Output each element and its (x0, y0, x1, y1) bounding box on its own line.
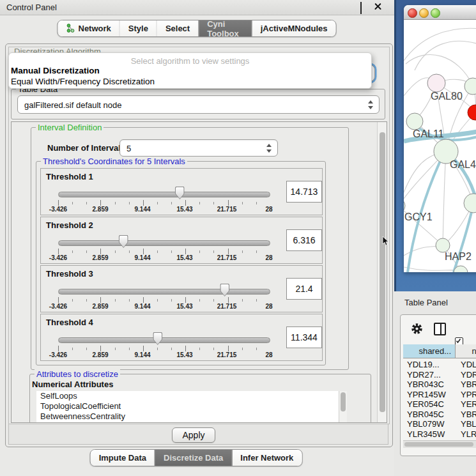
table-data-combobox[interactable]: galFiltered.sif default node (17, 95, 380, 114)
threshold-4-box: Threshold 4 -3.426 2.859 9.144 15.43 21.… (40, 314, 323, 361)
list-scrollbar[interactable] (339, 391, 347, 423)
threshold-3-slider[interactable]: -3.426 2.859 9.144 15.43 21.715 28 (58, 283, 269, 310)
network-window: GAL80 GAL11 GAL4 GCY1 HAP2 G C H (404, 5, 476, 272)
mouse-cursor (382, 236, 390, 247)
zoom-light-icon[interactable] (431, 8, 440, 18)
column-header-name[interactable]: na (456, 344, 476, 358)
table-data-group: Table Data galFiltered.sif default node (11, 89, 385, 119)
threshold-2-box: Threshold 2 -3.426 2.859 9.144 15.43 21.… (40, 217, 323, 264)
dropdown-option-equal-width[interactable]: Equal Width/Frequency Discretization (11, 77, 155, 86)
threshold-2-value-field[interactable] (286, 229, 322, 251)
settings-scroll-panel: Interval Definition Number of Intervals … (11, 121, 387, 423)
table-toolbar (401, 315, 476, 342)
minimize-light-icon[interactable] (419, 8, 429, 18)
thresholds-group: Threshold's Coordinates for 5 Intervals … (36, 161, 326, 365)
threshold-4-value-field[interactable] (286, 326, 322, 348)
numerical-attributes-label: Numerical Attributes (32, 380, 113, 389)
apply-strip: Apply (8, 424, 388, 445)
threshold-4-slider[interactable]: -3.426 2.859 9.144 15.43 21.715 28 (58, 332, 269, 358)
threshold-3-box: Threshold 3 -3.426 2.859 9.144 15.43 21.… (40, 265, 323, 312)
attributes-group: Attributes to discretize Numerical Attri… (29, 374, 371, 423)
slider-track[interactable] (58, 337, 270, 343)
screen: Control Panel Network Style Select Cyni … (0, 0, 476, 476)
network-icon (66, 24, 75, 33)
slider-track[interactable] (58, 289, 270, 295)
network-canvas[interactable]: GAL80 GAL11 GAL4 GCY1 HAP2 G C H (404, 19, 476, 272)
algorithm-dropdown-popup: Select algorithm to view settings Manual… (8, 52, 372, 89)
node (464, 194, 476, 213)
apply-button[interactable]: Apply (172, 427, 215, 443)
num-intervals-label: Number of Intervals (47, 143, 125, 153)
node-label: GAL11 (413, 128, 444, 139)
node-label: GAL4 (450, 159, 476, 170)
thresholds-title: Threshold's Coordinates for 5 Intervals (41, 157, 187, 166)
interval-definition-group: Interval Definition Number of Intervals … (31, 127, 349, 370)
dropdown-hint: Select algorithm to view settings (9, 56, 371, 66)
node-label: GAL80 (431, 91, 463, 102)
tab-discretize-data[interactable]: Discretize Data (155, 450, 231, 466)
table-column-shared-cells[interactable]: YDL19...YDR27...YBR043CYPR145WYER054CYBR… (407, 360, 446, 449)
node (436, 238, 450, 252)
tab-style[interactable]: Style (119, 20, 157, 36)
numerical-attributes-list[interactable]: SelfLoops TopologicalCoefficient Between… (36, 391, 346, 423)
spinner-arrows-icon (368, 100, 374, 109)
tab-select[interactable]: Select (157, 20, 198, 36)
slider-thumb[interactable] (175, 187, 185, 199)
network-view-frame: GAL80 GAL11 GAL4 GCY1 HAP2 G C H (394, 0, 476, 291)
network-window-titlebar (404, 5, 476, 20)
slider-thumb[interactable] (220, 284, 229, 296)
split-columns-icon[interactable] (434, 323, 446, 335)
node-selected (468, 105, 476, 120)
slider-thumb[interactable] (153, 332, 162, 345)
table-panel-title: Table Panel (404, 298, 448, 307)
num-intervals-combobox[interactable]: 5 (119, 139, 278, 157)
list-item[interactable]: TopologicalCoefficient (36, 401, 346, 411)
node (464, 78, 476, 95)
threshold-1-box: Threshold 1 -3.426 2.859 9.144 15.43 21.… (40, 168, 323, 215)
tab-impute-data[interactable]: Impute Data (91, 450, 155, 466)
threshold-1-slider[interactable]: -3.426 2.859 9.144 15.43 21.715 28 (58, 186, 269, 213)
list-item[interactable]: SelfLoops (36, 391, 346, 401)
control-panel-titlebar: Control Panel (0, 0, 394, 15)
settings-gear-icon[interactable] (411, 323, 423, 335)
slider-thumb[interactable] (119, 235, 128, 248)
threshold-1-value-field[interactable] (286, 181, 322, 203)
close-light-icon[interactable] (408, 8, 417, 18)
list-item[interactable]: BetweennessCentrality (36, 411, 346, 422)
node-label: GCY1 (404, 211, 433, 222)
table-column-name-cells[interactable]: YDL1YDR2YBR0YPR1YER0YBR0YBL0YLR3YIL0 (461, 360, 476, 449)
bottom-tabstrip: Impute Data Discretize Data Infer Networ… (90, 449, 303, 466)
node (427, 74, 445, 92)
table-horizontal-scrollbar[interactable] (403, 440, 476, 448)
node (406, 113, 423, 130)
tab-jactivemnodules[interactable]: jActiveMNodules (252, 20, 336, 36)
interval-definition-title: Interval Definition (36, 123, 104, 132)
top-tabstrip: Network Style Select Cyni Toolbox jActiv… (58, 20, 337, 37)
slider-track[interactable] (58, 240, 270, 246)
threshold-3-value-field[interactable] (286, 278, 322, 300)
attributes-title: Attributes to discretize (35, 369, 120, 379)
float-window-icon[interactable] (360, 3, 370, 12)
slider-track[interactable] (58, 192, 270, 197)
threshold-2-slider[interactable]: -3.426 2.859 9.144 15.43 21.715 28 (58, 234, 269, 261)
dropdown-option-manual[interactable]: Manual Discretization (11, 66, 100, 75)
close-icon[interactable] (374, 3, 384, 12)
tab-cyni-toolbox[interactable]: Cyni Toolbox (198, 20, 252, 36)
tab-infer-network[interactable]: Infer Network (231, 450, 302, 466)
table-panel: Table Panel shared... na (394, 291, 476, 476)
panel-scrollbar[interactable] (377, 122, 387, 422)
column-header-shared[interactable]: shared... (403, 344, 456, 358)
spinner-arrows-icon (266, 144, 272, 153)
tab-network[interactable]: Network (58, 20, 119, 36)
control-panel-title: Control Panel (6, 3, 57, 12)
table-panel-box: shared... na YDL19...YDR27...YBR043CYPR1… (400, 314, 476, 456)
node-label: HAP2 (445, 251, 472, 262)
